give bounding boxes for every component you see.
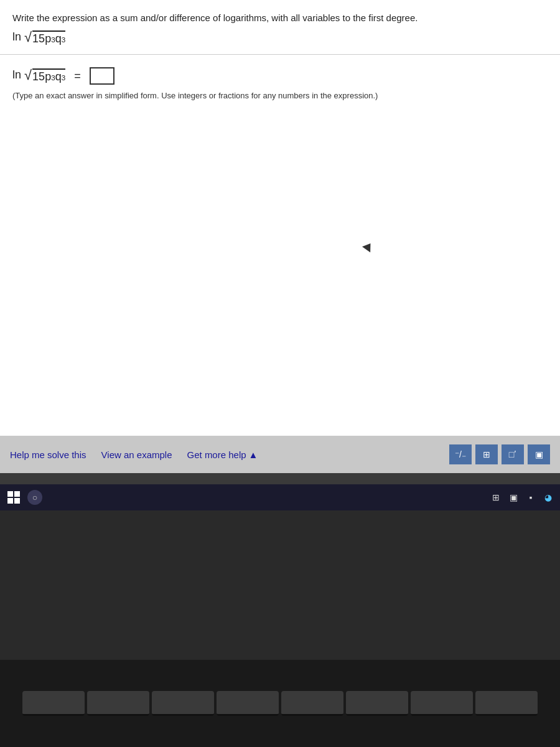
- ln-prefix-answer: ln: [12, 68, 21, 82]
- win-grid-cell-3: [7, 498, 13, 504]
- key-7[interactable]: [411, 691, 473, 716]
- ln-prefix: ln: [12, 31, 21, 44]
- answer-expression: ln √ 15p3q3: [12, 68, 65, 83]
- answer-row: ln √ 15p3q3 =: [12, 67, 548, 85]
- problem-expression: ln √ 15p3q3: [12, 31, 65, 45]
- radical-content: 15p3q3: [32, 31, 65, 45]
- key-8[interactable]: [475, 691, 538, 716]
- main-content-area: Write the expression as a sum and/or dif…: [0, 0, 560, 473]
- taskbar: ○ ⊞ ▣ ▪ ◕: [0, 484, 560, 510]
- bracket-icon: ▣: [535, 449, 543, 459]
- windows-icon: [7, 491, 20, 504]
- answer-area: ln √ 15p3q3 = (Type an exact answer in s…: [0, 55, 560, 473]
- browser-icon: ◕: [544, 492, 552, 502]
- keyboard-area: [0, 660, 560, 747]
- problem-instruction: Write the expression as a sum and/or dif…: [12, 11, 548, 24]
- key-1[interactable]: [22, 691, 85, 716]
- math-tool-buttons: ⁻/₋ ⊞ □ʹ ▣: [449, 444, 550, 464]
- answer-hint: (Type an exact answer in simplified form…: [12, 91, 548, 100]
- math-tool-btn-2[interactable]: ⊞: [475, 444, 498, 464]
- key-3[interactable]: [152, 691, 214, 716]
- math-tool-btn-4[interactable]: ▣: [528, 444, 550, 464]
- taskbar-icon-network[interactable]: ▣: [506, 491, 520, 504]
- win-grid-cell-4: [14, 498, 20, 504]
- superscript-icon: □ʹ: [509, 449, 516, 459]
- network-icon: ▣: [510, 492, 518, 502]
- files-icon: ⊞: [492, 492, 500, 502]
- start-button[interactable]: [5, 489, 22, 506]
- bottom-toolbar: Help me solve this View an example Get m…: [0, 436, 560, 473]
- win-grid-cell-2: [14, 491, 20, 497]
- camera-icon: ▪: [530, 492, 533, 502]
- key-4[interactable]: [217, 691, 279, 716]
- get-more-help-label: Get more help: [187, 449, 246, 460]
- radical-expression-answer: √ 15p3q3: [24, 68, 65, 83]
- equals-sign: =: [74, 70, 81, 83]
- help-buttons-group: Help me solve this View an example Get m…: [10, 449, 258, 460]
- radical-symbol-answer: √: [24, 68, 32, 82]
- key-5[interactable]: [281, 691, 343, 716]
- keyboard-row-1: [22, 691, 538, 716]
- view-example-button[interactable]: View an example: [101, 449, 172, 460]
- taskbar-icon-files[interactable]: ⊞: [489, 491, 503, 504]
- get-more-help-button[interactable]: Get more help ▲: [187, 449, 258, 460]
- key-6[interactable]: [346, 691, 408, 716]
- fraction-icon: ⁻/₋: [455, 449, 466, 459]
- taskbar-icon-edge[interactable]: ◕: [541, 491, 555, 504]
- math-tool-btn-1[interactable]: ⁻/₋: [449, 444, 472, 464]
- radical-content-answer: 15p3q3: [32, 68, 65, 83]
- win-grid-cell-1: [7, 491, 13, 497]
- matrix-icon: ⊞: [483, 449, 490, 459]
- taskbar-system-icons: ⊞ ▣ ▪ ◕: [489, 491, 555, 504]
- taskbar-icon-camera[interactable]: ▪: [524, 491, 538, 504]
- radical-expression: √ 15p3q3: [24, 31, 65, 45]
- help-me-solve-button[interactable]: Help me solve this: [10, 449, 86, 460]
- problem-header: Write the expression as a sum and/or dif…: [0, 0, 560, 55]
- answer-input[interactable]: [90, 67, 114, 85]
- search-icon: ○: [32, 492, 37, 502]
- radical-symbol: √: [24, 31, 32, 44]
- key-2[interactable]: [87, 691, 149, 716]
- get-more-help-arrow: ▲: [249, 449, 258, 460]
- taskbar-search-button[interactable]: ○: [27, 490, 42, 505]
- math-tool-btn-3[interactable]: □ʹ: [502, 444, 524, 464]
